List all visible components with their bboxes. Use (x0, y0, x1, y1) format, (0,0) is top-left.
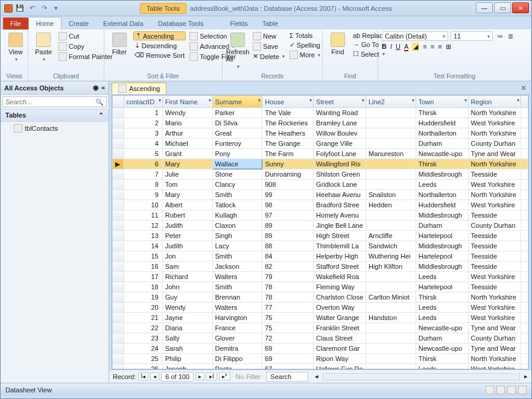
table-row[interactable]: 3ArthurGreatThe HeathersWillow BoulevNor… (113, 128, 528, 139)
cell[interactable]: 79 (262, 272, 314, 282)
align-left-button[interactable]: ≡ (423, 43, 426, 51)
column-dropdown-icon[interactable]: ▾ (209, 98, 211, 103)
cell[interactable] (366, 128, 416, 139)
cell[interactable]: 72 (262, 333, 314, 344)
cell[interactable]: Leeds (416, 303, 468, 313)
cell[interactable] (521, 210, 528, 221)
cell[interactable]: Brennan (212, 292, 262, 303)
table-row[interactable]: 20WendyWalters77Overton WayLeedsWest Yor… (113, 303, 528, 313)
view-button[interactable]: View▾ (4, 31, 27, 63)
cell[interactable] (521, 272, 528, 282)
nav-collapse-icon[interactable]: « (101, 84, 105, 92)
new-button[interactable]: New (252, 31, 286, 41)
cell[interactable]: 908 (262, 180, 314, 190)
cell[interactable]: Jon (162, 251, 212, 262)
gridlines-button[interactable]: ⊞ (446, 43, 451, 51)
cell[interactable]: Tyne and Wear (468, 323, 521, 333)
cell[interactable]: Teesside (468, 241, 521, 251)
cell[interactable]: Middlesbrough (416, 262, 468, 272)
cell[interactable]: 24 (124, 344, 162, 354)
row-selector[interactable] (113, 354, 124, 364)
cell[interactable]: Middlesbrough (416, 241, 468, 251)
table-row[interactable]: 13PeterSingh89High StreetArncliffeHartel… (113, 231, 528, 241)
table-row[interactable]: 18JohnSmith78Fleming WayHartelepoolTeess… (113, 282, 528, 292)
find-button[interactable]: Find (326, 31, 349, 57)
select-all-corner[interactable] (113, 96, 124, 108)
cell[interactable]: 2 (124, 118, 162, 128)
cell[interactable] (521, 344, 528, 354)
cell[interactable]: Huddersfield (416, 200, 468, 210)
table-row[interactable]: 12JudithClaxon89Jingle Bell LaneDurhamCo… (113, 221, 528, 231)
cell[interactable]: 3 (124, 128, 162, 139)
cell[interactable]: 1 (124, 108, 162, 118)
row-selector[interactable] (113, 221, 124, 231)
cell[interactable]: Teesside (468, 210, 521, 221)
cell[interactable]: 17 (124, 272, 162, 282)
tab-external-data[interactable]: External Data (96, 17, 151, 30)
column-dropdown-icon[interactable]: ▾ (464, 98, 467, 103)
cell[interactable]: 99 (262, 190, 314, 200)
cell[interactable]: Manureston (366, 149, 416, 159)
cell[interactable] (366, 323, 416, 333)
cell[interactable] (521, 354, 528, 364)
cell[interactable]: Teesside (468, 251, 521, 262)
cell[interactable]: The Vale (262, 108, 314, 118)
cell[interactable]: Di Filippo (212, 354, 262, 364)
save-button[interactable]: Save (252, 42, 286, 51)
cell[interactable]: Smith (212, 282, 262, 292)
hscroll-right-icon[interactable]: ▸ (524, 372, 528, 380)
cell[interactable]: 84 (262, 251, 314, 262)
cell[interactable]: Dunroaming (262, 169, 314, 180)
cell[interactable]: Pony (212, 149, 262, 159)
cell[interactable]: Wendy (162, 108, 212, 118)
cell[interactable]: County Durhan (468, 221, 521, 231)
cell[interactable] (521, 231, 528, 241)
cell[interactable]: Hartelepool (416, 251, 468, 262)
cell[interactable]: 14 (124, 241, 162, 251)
search-input[interactable] (3, 97, 93, 107)
cell[interactable] (521, 292, 528, 303)
cell[interactable]: Shilston Green (314, 169, 366, 180)
cell[interactable]: Leeds (416, 272, 468, 282)
tab-create[interactable]: Create (62, 17, 96, 30)
row-selector[interactable] (113, 180, 124, 190)
maximize-button[interactable]: ▭ (494, 2, 511, 13)
view-layout-icon[interactable] (507, 386, 516, 394)
cell[interactable]: Durham (416, 221, 468, 231)
table-row[interactable]: 14JudithLacy88Thimblemill LaSandwichMidd… (113, 241, 528, 251)
cell[interactable]: The Heathers (262, 128, 314, 139)
row-selector[interactable] (113, 272, 124, 282)
cell[interactable]: 20 (124, 303, 162, 313)
cell[interactable] (366, 169, 416, 180)
column-header[interactable]: First Name▾ (162, 96, 212, 108)
cell[interactable]: Guy (162, 292, 212, 303)
row-selector[interactable] (113, 262, 124, 272)
cell[interactable]: 5 (124, 149, 162, 159)
cell[interactable]: Hallows Eve Ro (314, 364, 366, 370)
cell[interactable]: The Grange (262, 139, 314, 149)
cell[interactable]: 89 (262, 221, 314, 231)
cell[interactable]: West Yorkshire (468, 303, 521, 313)
cell[interactable]: Kullagh (212, 210, 262, 221)
paste-button[interactable]: Paste▾ (32, 31, 55, 63)
cell[interactable]: Newcastle-upo (416, 323, 468, 333)
spelling-button[interactable]: ✓Spelling (288, 40, 321, 49)
underline-button[interactable]: U (396, 43, 401, 51)
tab-table[interactable]: Table (255, 17, 285, 30)
view-form-icon[interactable] (496, 386, 505, 394)
record-position[interactable]: 6 of 100 (161, 372, 194, 382)
cell[interactable]: Snailston (366, 190, 416, 200)
cell[interactable] (521, 282, 528, 292)
cell[interactable]: North Yorkshire (468, 159, 521, 169)
cell[interactable]: Arthur (162, 128, 212, 139)
column-dropdown-icon[interactable]: ▾ (309, 98, 312, 103)
cell[interactable]: 12 (124, 221, 162, 231)
cell[interactable]: Tyne and Wear (468, 344, 521, 354)
cell[interactable]: Walters (212, 272, 262, 282)
table-row[interactable]: 9MarySmith99Heehaw AvenuSnailstonNorthal… (113, 190, 528, 200)
table-row[interactable]: 4MichaelFonteroyThe GrangeGrange VilleDu… (113, 139, 528, 149)
cell[interactable]: West Yorkshire (468, 118, 521, 128)
cell[interactable]: Thirsk (416, 292, 468, 303)
cell[interactable]: Joseph (162, 364, 212, 370)
cell[interactable]: Northallerton (416, 128, 468, 139)
